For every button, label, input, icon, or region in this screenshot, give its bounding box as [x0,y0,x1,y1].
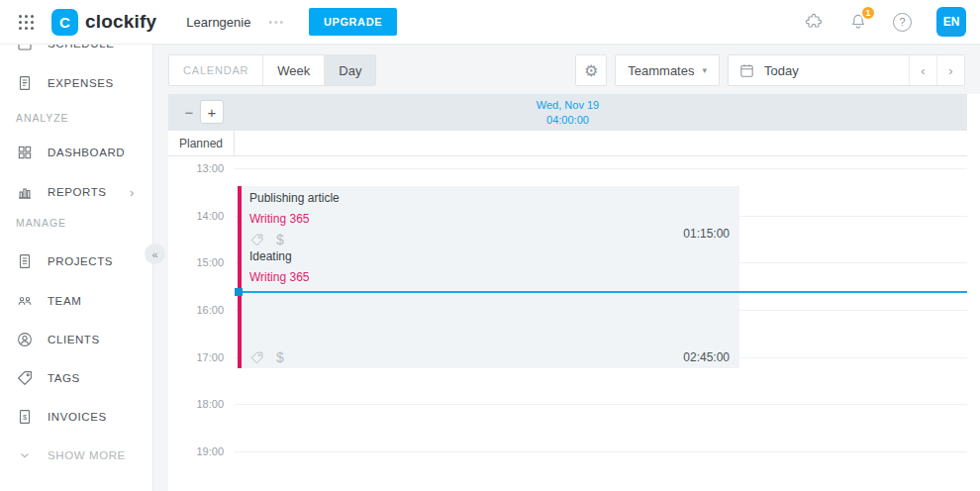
planned-label: Planned [168,131,235,155]
sidebar-item-label: SCHEDULE [48,45,114,49]
current-time-dot [235,288,243,296]
billable-icon: $ [276,349,284,365]
caret-down-icon: ▾ [702,65,707,75]
calendar-panel: − + Wed, Nov 19 04:00:00 Planned 13:00 1… [168,94,980,491]
view-switcher: CALENDAR Week Day [168,54,376,86]
calendar-grid[interactable]: 13:00 14:00 15:00 16:00 17:00 18:00 19:0… [168,156,980,491]
sidebar-item-dashboard[interactable]: DASHBOARD [0,139,153,166]
event-group: Publishing article Writing 365 $ 01:15:0… [238,186,739,368]
tag-icon [249,350,264,365]
puzzle-icon [804,12,824,32]
current-time-line [235,291,967,293]
tab-day[interactable]: Day [324,55,375,85]
planned-row: Planned [168,131,967,156]
sidebar-collapse-button[interactable]: « [145,244,165,264]
gear-icon: ⚙ [584,61,598,80]
calendar-event[interactable]: Ideating Writing 365 $ 02:45:00 [242,245,739,368]
teammates-dropdown[interactable]: Teammates ▾ [615,54,720,86]
help-icon: ? [893,13,912,32]
sidebar-section-manage: MANAGE [16,217,66,229]
sidebar-item-team[interactable]: TEAM [0,287,153,315]
sidebar-item-label: TAGS [48,372,80,384]
apps-grid-icon[interactable] [14,10,38,34]
upgrade-button[interactable]: UPGRADE [309,8,397,36]
today-button[interactable]: Today [729,55,909,85]
expenses-icon [16,74,34,92]
sidebar-item-label: INVOICES [48,411,107,423]
event-project: Writing 365 [249,269,739,285]
invoices-icon: $ [16,408,34,426]
calendar-toolbar: CALENDAR Week Day ⚙ Teammates ▾ [168,54,965,86]
teammates-dropdown-label: Teammates [628,63,694,78]
sidebar-item-tags[interactable]: TAGS [0,364,153,392]
scrollbar-track[interactable] [967,94,980,491]
toolbar-right-controls: ⚙ Teammates ▾ Today ‹ › [575,54,965,86]
sidebar-item-label: SHOW MORE [48,449,126,461]
tab-week[interactable]: Week [262,55,324,85]
topbar-actions: 1 ? EN [804,7,966,37]
sidebar-item-label: REPORTS [48,186,107,198]
svg-text:$: $ [23,413,28,422]
help-button[interactable]: ? [893,13,912,32]
event-duration: 01:15:00 [683,227,730,241]
tag-icon [16,369,34,387]
chevron-down-icon [16,446,34,464]
sidebar: SCHEDULE EXPENSES ANALYZE DASHBOARD REPO… [0,45,153,491]
user-avatar[interactable]: EN [936,7,966,37]
event-title: Ideating [249,245,739,264]
calendar-event[interactable]: Publishing article Writing 365 $ 01:15:0… [242,186,739,245]
hour-label: 13:00 [168,162,224,174]
brand-wordmark: clockify [85,11,156,33]
hour-gridline [235,451,967,452]
date-navigator: Today ‹ › [728,54,965,86]
main-content: CALENDAR Week Day ⚙ Teammates ▾ [153,45,980,491]
hour-label: 19:00 [168,445,224,457]
hour-label: 17:00 [168,351,224,363]
sidebar-item-label: TEAM [48,295,81,307]
calendar-day-header: − + Wed, Nov 19 04:00:00 [168,94,967,131]
event-duration: 02:45:00 [683,350,730,364]
hour-label: 18:00 [168,398,224,410]
day-header-total-time: 04:00:00 [168,113,967,128]
sidebar-item-label: PROJECTS [48,255,113,267]
notification-badge: 1 [860,5,876,21]
next-day-button[interactable]: › [936,55,964,85]
clients-icon [16,331,34,348]
schedule-icon [16,45,34,52]
team-icon [16,292,34,310]
today-button-label: Today [764,63,799,78]
app-window: C clockify Learngenie ••• UPGRADE [0,0,980,491]
hour-gridline [235,404,967,405]
calendar-view-label: CALENDAR [169,55,262,85]
more-icon[interactable]: ••• [268,17,285,28]
dashboard-icon [16,144,34,161]
sidebar-item-clients[interactable]: CLIENTS [0,326,153,353]
sidebar-item-show-more[interactable]: SHOW MORE [0,442,153,469]
event-project: Writing 365 [249,211,739,227]
prev-day-button[interactable]: ‹ [909,55,936,85]
sidebar-item-label: DASHBOARD [48,147,125,158]
sidebar-section-analyze: ANALYZE [16,112,68,124]
sidebar-item-label: CLIENTS [48,334,100,345]
workspace-name[interactable]: Learngenie [186,15,250,30]
integrations-button[interactable] [804,12,824,32]
sidebar-item-reports[interactable]: REPORTS › [0,178,153,206]
topbar: C clockify Learngenie ••• UPGRADE [0,0,980,45]
hour-gridline [235,168,967,169]
brand-logo[interactable]: C clockify [51,9,156,36]
notifications-button[interactable]: 1 [848,12,868,32]
hour-label: 15:00 [168,256,224,268]
day-header-info: Wed, Nov 19 04:00:00 [168,98,967,128]
hour-label: 16:00 [168,304,224,316]
reports-icon [16,183,34,201]
sidebar-item-schedule[interactable]: SCHEDULE [0,45,153,57]
settings-button[interactable]: ⚙ [575,54,607,86]
sidebar-item-projects[interactable]: PROJECTS [0,247,153,275]
projects-icon [16,252,34,270]
sidebar-item-invoices[interactable]: $ INVOICES [0,403,153,431]
event-meta-icons: $ [249,349,284,365]
calendar-icon [738,62,755,79]
sidebar-item-expenses[interactable]: EXPENSES [0,69,153,97]
hour-label: 14:00 [168,210,224,222]
day-header-date: Wed, Nov 19 [168,98,967,113]
